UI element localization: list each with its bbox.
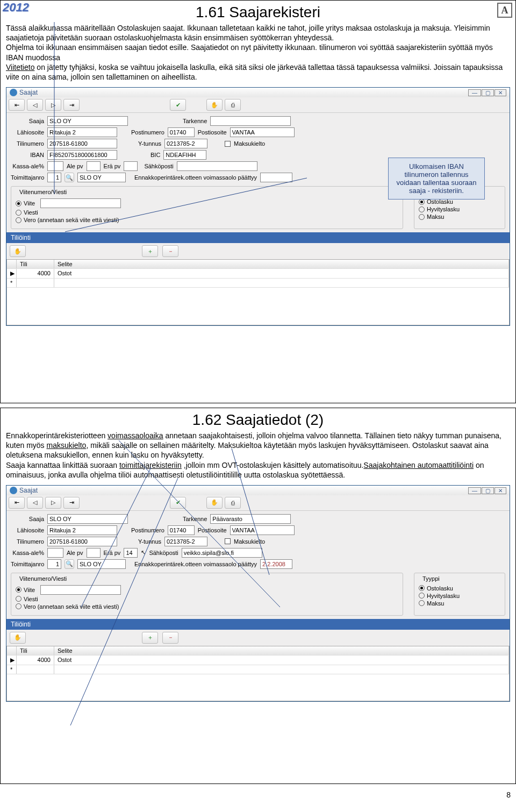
inp-saaja[interactable] [47, 116, 128, 126]
inp-tilinumero-2[interactable] [47, 537, 117, 546]
tool-first-2[interactable]: ⇤ [9, 497, 25, 509]
inp-ytunnus[interactable] [164, 139, 207, 148]
tool-print-2[interactable]: ⎙ [225, 497, 241, 509]
cursor-icon: ↖ [141, 549, 146, 556]
para-1b: Ohjelma toi ikkunaan ensimmäisen saajan … [6, 43, 493, 61]
tool-print[interactable]: ⎙ [225, 99, 241, 111]
inp-ytunnus-2[interactable] [164, 537, 207, 546]
tool-prev-2[interactable]: ◁ [27, 497, 43, 509]
lbl-tarkenne-2: Tarkenne [183, 516, 207, 522]
inp-lahiosoite-2[interactable] [47, 525, 117, 535]
inp-tilinumero[interactable] [47, 139, 117, 148]
inp-alepv-2[interactable] [87, 548, 101, 558]
radio-ostolasku[interactable] [419, 199, 425, 205]
inp-postinumero[interactable] [168, 127, 195, 137]
tool-next[interactable]: ▷ [45, 99, 61, 111]
radio-ostolasku-2[interactable] [419, 585, 425, 591]
tool-hand[interactable]: ✋ [206, 99, 223, 111]
close-btn-2[interactable]: ✕ [494, 487, 506, 494]
max-btn-2[interactable]: ▢ [482, 487, 494, 494]
inp-postiosoite-2[interactable] [230, 525, 295, 535]
tool-last[interactable]: ⇥ [63, 99, 80, 111]
close-btn[interactable]: ✕ [494, 89, 506, 96]
lbl-postinumero-2: Postinumero [131, 527, 164, 533]
radio-vero[interactable] [16, 217, 22, 223]
lbl-lahiosoite: Lähiosoite [11, 129, 44, 136]
chk-maksukielto-2[interactable] [225, 538, 231, 544]
lbl-ennakko-2: Ennakkoperintärek.otteen voimassaolo pää… [134, 561, 257, 567]
lbl-toimittajanro: Toimittajanro [11, 174, 44, 181]
inp-postinumero-2[interactable] [168, 525, 195, 535]
inp-kassaale-2[interactable] [47, 548, 63, 558]
section1-title: 1.61 Saajarekisteri [6, 4, 510, 21]
tool-check-2[interactable]: ✔ [170, 497, 186, 509]
radio-vero-2[interactable] [16, 603, 22, 609]
radio-viite[interactable] [16, 201, 22, 206]
saajat-window-2: Saajat —▢✕ ⇤ ◁ ▷ ⇥ ✔ ✋ ⎙ Saaja Tarkenne [6, 485, 510, 702]
tili-minus-2[interactable]: － [162, 632, 178, 644]
legend-viite-2: Viitenumero/Viesti [18, 575, 68, 582]
inp-viite[interactable] [40, 198, 121, 208]
inp-saaja-2[interactable] [47, 514, 128, 524]
inp-erapv[interactable] [124, 161, 138, 171]
inp-tarkenne-2[interactable] [210, 514, 291, 524]
radio-viite-2[interactable] [16, 587, 22, 593]
tili-plus-2[interactable]: ＋ [142, 632, 158, 644]
tool-first[interactable]: ⇤ [9, 99, 25, 111]
inp-iban[interactable] [47, 150, 117, 160]
legend-viite: Viitenumero/Viesti [18, 189, 68, 195]
inp-viite-2[interactable] [40, 585, 121, 595]
toolbar-2: ⇤ ◁ ▷ ⇥ ✔ ✋ ⎙ [6, 495, 510, 511]
inp-toimittajanro-2[interactable] [47, 559, 61, 569]
inp-erapv-2[interactable] [124, 548, 138, 558]
radio-viesti-2[interactable] [16, 596, 22, 602]
lookup-toimittaja-icon[interactable]: 🔍 [64, 173, 74, 182]
para-1c: on jätetty tyhjäksi, koska se vaihtuu jo… [6, 63, 503, 81]
lookup-toimittaja-icon-2[interactable]: 🔍 [64, 559, 74, 569]
tool-hand-2[interactable]: ✋ [206, 497, 223, 509]
inp-kassaale[interactable] [47, 161, 63, 171]
inp-postiosoite[interactable] [230, 127, 295, 137]
radio-hyvitys[interactable] [419, 206, 425, 212]
chk-maksukielto[interactable] [225, 141, 231, 147]
radio-viesti[interactable] [16, 210, 22, 216]
inp-toimittajanro[interactable] [47, 173, 61, 182]
radio-maksu[interactable] [419, 214, 425, 220]
lbl-sahkoposti: Sähköposti [144, 163, 173, 169]
min-btn-2[interactable]: — [468, 487, 481, 494]
tili-hand-icon-2[interactable]: ✋ [10, 632, 26, 644]
lbl-iban: IBAN [11, 152, 44, 158]
callout-iban: Ulkomaisen IBAN tilinumeron tallennus vo… [388, 158, 485, 200]
table-row[interactable]: ▶ 4000 Ostot [7, 268, 509, 278]
s2-t4u: toimittajarekisteriin [119, 461, 182, 469]
inp-toimittajanimi[interactable] [77, 173, 126, 182]
inp-sahkoposti-2[interactable] [182, 548, 262, 558]
window-controls: —▢✕ [468, 89, 506, 96]
tili-plus[interactable]: ＋ [142, 245, 158, 257]
inp-tarkenne[interactable] [210, 116, 291, 126]
tool-last-2[interactable]: ⇥ [63, 497, 80, 509]
max-btn[interactable]: ▢ [482, 89, 494, 96]
inp-lahiosoite[interactable] [47, 127, 117, 137]
tool-next-2[interactable]: ▷ [45, 497, 61, 509]
inp-bic[interactable] [163, 150, 206, 160]
inp-toimittajanimi-2[interactable] [77, 559, 126, 569]
inp-ennakko-2[interactable] [260, 559, 292, 569]
form-area-2: Saaja Tarkenne Lähiosoite Postinumero Po… [6, 511, 510, 619]
tili-hand-icon[interactable]: ✋ [10, 245, 26, 257]
tool-prev[interactable]: ◁ [27, 99, 43, 111]
s2-t2u: maksukielto [46, 441, 86, 450]
inp-sahkoposti[interactable] [177, 161, 257, 171]
radio-hyvitys-label-2: Hyvityslasku [427, 593, 460, 599]
tili-toolbar: ✋ ＋ － [6, 243, 510, 259]
min-btn[interactable]: — [468, 89, 481, 96]
table-row-2[interactable]: ▶ 4000 Ostot [7, 655, 509, 665]
lbl-ennakko: Ennakkoperintärek.otteen voimassaolo pää… [134, 174, 257, 181]
inp-alepv[interactable] [87, 161, 101, 171]
radio-maksu-2[interactable] [419, 600, 425, 606]
lbl-kassaale: Kassa-ale% [11, 163, 44, 169]
radio-hyvitys-2[interactable] [419, 593, 425, 599]
inp-ennakko[interactable] [260, 173, 292, 182]
tili-minus[interactable]: － [162, 245, 178, 257]
tool-check[interactable]: ✔ [170, 99, 186, 111]
